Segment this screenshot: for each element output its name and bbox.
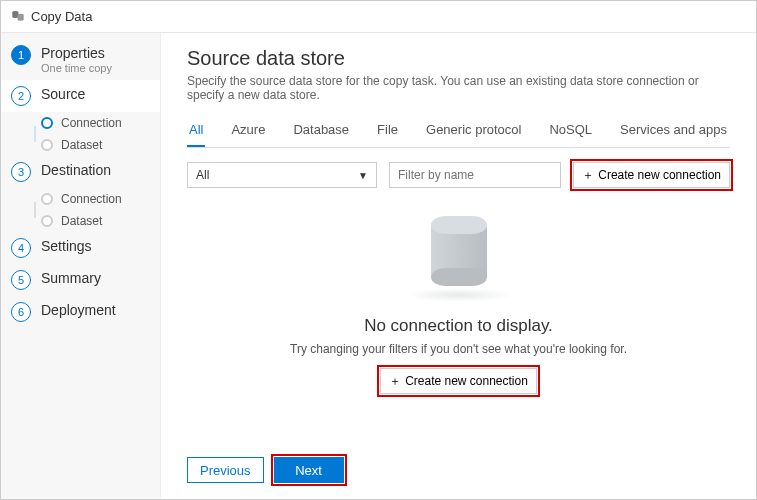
empty-title: No connection to display. (364, 316, 553, 336)
step-summary[interactable]: 5 Summary (1, 264, 160, 296)
tab-azure[interactable]: Azure (229, 116, 267, 147)
tab-services-and-apps[interactable]: Services and apps (618, 116, 729, 147)
destination-substeps: Connection Dataset (1, 188, 160, 232)
step-number: 1 (11, 45, 31, 65)
substep-dot-icon (41, 117, 53, 129)
substep-label: Dataset (61, 138, 102, 152)
chevron-down-icon: ▼ (358, 170, 368, 181)
titlebar: Copy Data (1, 1, 756, 33)
substep-destination-connection[interactable]: Connection (27, 188, 160, 210)
step-sublabel: One time copy (41, 62, 112, 74)
plus-icon: ＋ (389, 373, 401, 390)
step-properties[interactable]: 1 Properties One time copy (1, 39, 160, 80)
step-deployment[interactable]: 6 Deployment (1, 296, 160, 328)
tab-generic-protocol[interactable]: Generic protocol (424, 116, 523, 147)
substep-dot-icon (41, 139, 53, 151)
empty-state: No connection to display. Try changing y… (187, 188, 730, 451)
previous-button[interactable]: Previous (187, 457, 264, 483)
step-label: Source (41, 86, 85, 102)
step-label: Destination (41, 162, 111, 178)
category-tabs: All Azure Database File Generic protocol… (187, 116, 730, 148)
page-description: Specify the source data store for the co… (187, 74, 730, 102)
substep-label: Dataset (61, 214, 102, 228)
wizard-footer: Previous Next (187, 451, 730, 493)
step-number: 2 (11, 86, 31, 106)
wizard-sidebar: 1 Properties One time copy 2 Source Conn… (1, 33, 161, 499)
tab-file[interactable]: File (375, 116, 400, 147)
next-button[interactable]: Next (274, 457, 344, 483)
step-settings[interactable]: 4 Settings (1, 232, 160, 264)
tab-nosql[interactable]: NoSQL (547, 116, 594, 147)
tab-database[interactable]: Database (291, 116, 351, 147)
plus-icon: ＋ (582, 167, 594, 184)
filter-by-name-input[interactable] (389, 162, 561, 188)
filter-dropdown[interactable]: All ▼ (187, 162, 377, 188)
create-label: Create new connection (598, 168, 721, 182)
step-number: 4 (11, 238, 31, 258)
step-number: 3 (11, 162, 31, 182)
step-number: 5 (11, 270, 31, 290)
step-label: Settings (41, 238, 92, 254)
step-destination[interactable]: 3 Destination (1, 156, 160, 188)
substep-dot-icon (41, 215, 53, 227)
step-label: Summary (41, 270, 101, 286)
substep-dot-icon (41, 193, 53, 205)
substep-destination-dataset[interactable]: Dataset (27, 210, 160, 232)
step-label: Properties (41, 45, 112, 61)
filters-row: All ▼ ＋ Create new connection (187, 162, 730, 188)
database-illustration-icon (431, 216, 487, 286)
empty-subtitle: Try changing your filters if you don't s… (290, 342, 627, 356)
substep-source-dataset[interactable]: Dataset (27, 134, 160, 156)
svg-point-2 (12, 15, 18, 18)
tab-all[interactable]: All (187, 116, 205, 147)
create-new-connection-button-top[interactable]: ＋ Create new connection (573, 162, 730, 188)
create-label: Create new connection (405, 374, 528, 388)
source-substeps: Connection Dataset (1, 112, 160, 156)
step-number: 6 (11, 302, 31, 322)
substep-label: Connection (61, 116, 122, 130)
app-window: Copy Data 1 Properties One time copy 2 S… (0, 0, 757, 500)
titlebar-title: Copy Data (31, 9, 92, 24)
step-label: Deployment (41, 302, 116, 318)
svg-point-5 (18, 18, 24, 21)
substep-label: Connection (61, 192, 122, 206)
step-source[interactable]: 2 Source (1, 80, 160, 112)
illustration-shadow (404, 288, 514, 302)
dropdown-value: All (196, 168, 209, 182)
substep-source-connection[interactable]: Connection (27, 112, 160, 134)
copy-data-icon (11, 8, 25, 25)
page-title: Source data store (187, 47, 730, 70)
main-panel: Source data store Specify the source dat… (161, 33, 756, 499)
create-new-connection-button-center[interactable]: ＋ Create new connection (380, 368, 537, 394)
